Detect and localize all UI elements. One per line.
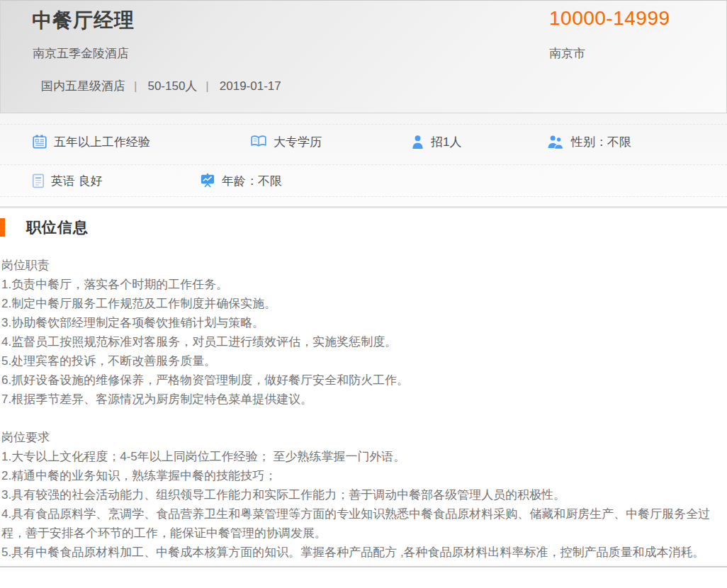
dashed-divider bbox=[0, 124, 727, 125]
desc-line: 4.具有食品原料学、烹调学、食品营养卫生和粤菜管理等方面的专业知识熟悉中餐食品原… bbox=[1, 504, 727, 543]
experience-icon bbox=[32, 134, 47, 149]
tag-separator: | bbox=[134, 79, 137, 93]
desc-heading-duties: 岗位职责 bbox=[1, 256, 727, 275]
dashed-divider bbox=[0, 164, 727, 165]
requirement-language: 英语 良好 bbox=[32, 172, 103, 189]
desc-line: 1.负责中餐厅，落实各个时期的工作任务。 bbox=[1, 275, 727, 294]
requirement-experience: 五年以上工作经验 bbox=[32, 133, 150, 150]
salary-range: 10000-14999 bbox=[549, 7, 670, 30]
requirement-gender: 性别：不限 bbox=[547, 133, 631, 150]
desc-line: 2.精通中餐的业务知识，熟练掌握中餐的技能技巧； bbox=[1, 466, 727, 485]
headcount-icon bbox=[411, 135, 424, 149]
education-icon bbox=[250, 135, 267, 149]
section-heading: 职位信息 bbox=[0, 217, 727, 237]
section-title: 职位信息 bbox=[26, 217, 89, 237]
company-size-tag: 50-150人 bbox=[147, 79, 197, 93]
company-tags: 国内五星级酒店|50-150人|2019-01-17 bbox=[41, 78, 281, 94]
desc-line: 5.具有中餐食品原材料加工、中餐成本核算方面的知识。掌握各种产品配方 ,各种食品… bbox=[1, 543, 727, 562]
desc-line: 3.协助餐饮部经理制定各项餐饮推销计划与策略。 bbox=[1, 313, 727, 332]
desc-line: 2.制定中餐厅服务工作规范及工作制度并确保实施。 bbox=[1, 294, 727, 313]
section-accent-bar bbox=[0, 218, 5, 237]
section-divider bbox=[0, 206, 727, 208]
age-icon bbox=[200, 173, 215, 188]
desc-line: 1.大专以上文化程度；4-5年以上同岗位工作经验； 至少熟练掌握一门外语。 bbox=[1, 447, 727, 466]
bottom-divider bbox=[0, 566, 727, 567]
requirement-headcount: 招1人 bbox=[411, 133, 461, 150]
requirement-label: 大专学历 bbox=[274, 134, 322, 150]
requirement-label: 性别：不限 bbox=[571, 134, 631, 150]
desc-line: 6.抓好设备设施的维修保养，严格物资管理制度，做好餐厅安全和防火工作。 bbox=[1, 371, 727, 390]
desc-line: 7.根据季节差异、客源情况为厨房制定特色菜单提供建议。 bbox=[1, 390, 727, 409]
job-requirements-bar: 五年以上工作经验 大专学历 招1人 bbox=[0, 113, 727, 206]
requirement-label: 招1人 bbox=[431, 134, 461, 150]
requirement-age: 年龄：不限 bbox=[200, 172, 282, 189]
desc-line: 5.处理宾客的投诉，不断改善服务质量。 bbox=[1, 351, 727, 371]
post-date: 2019-01-17 bbox=[220, 79, 281, 93]
company-name: 南京五季金陵酒店 bbox=[33, 45, 129, 62]
desc-heading-requirements: 岗位要求 bbox=[1, 428, 727, 447]
company-type-tag: 国内五星级酒店 bbox=[41, 79, 125, 93]
job-header: 中餐厅经理 10000-14999 南京五季金陵酒店 南京市 国内五星级酒店|5… bbox=[0, 0, 727, 113]
dashed-divider bbox=[0, 196, 727, 197]
desc-blank-line bbox=[1, 409, 727, 428]
job-description: 岗位职责 1.负责中餐厅，落实各个时期的工作任务。 2.制定中餐厅服务工作规范及… bbox=[0, 256, 727, 562]
requirement-label: 英语 良好 bbox=[51, 173, 103, 189]
job-city: 南京市 bbox=[549, 45, 585, 62]
tag-separator: | bbox=[205, 79, 208, 93]
desc-line: 4.监督员工按照规范标准对客服务，对员工进行绩效评估，实施奖惩制度。 bbox=[1, 332, 727, 351]
job-title: 中餐厅经理 bbox=[32, 7, 135, 34]
desc-line: 3.具有较强的社会活动能力、组织领导工作能力和实际工作能力；善于调动中餐部各级管… bbox=[1, 485, 727, 504]
requirement-education: 大专学历 bbox=[250, 133, 322, 150]
requirement-label: 年龄：不限 bbox=[222, 173, 282, 189]
requirement-label: 五年以上工作经验 bbox=[54, 134, 150, 150]
gender-icon bbox=[547, 135, 565, 149]
language-icon bbox=[32, 174, 45, 188]
